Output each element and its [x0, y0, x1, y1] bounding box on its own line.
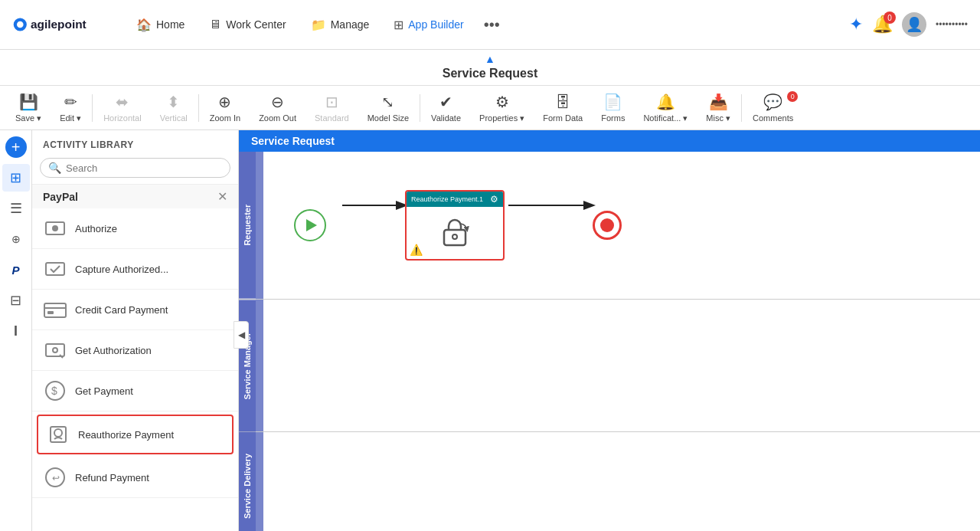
username-text: •••••••••• — [936, 19, 968, 30]
svg-rect-6 — [44, 303, 66, 317]
sidebar-paypal-btn[interactable]: P — [2, 256, 30, 284]
nav-appbuilder[interactable]: ⊞ App Builder — [383, 13, 474, 37]
toolbar-comments[interactable]: 💬 Comments 0 — [743, 90, 802, 126]
properties-label: Properties ▾ — [479, 113, 524, 123]
nav-workcenter[interactable]: 🖥 Work Center — [198, 13, 296, 36]
horizontal-label: Horizontal — [103, 113, 142, 123]
sidebar-activity-btn[interactable]: ⊕ — [2, 225, 30, 253]
sidebar-integration-btn[interactable]: I — [2, 317, 30, 345]
add-activity-btn[interactable]: + — [5, 136, 27, 158]
reauthorize-node-icon — [438, 216, 472, 250]
appbuilder-icon: ⊞ — [394, 18, 403, 32]
credit-card-label: Credit Card Payment — [75, 304, 168, 316]
refund-label: Refund Payment — [75, 472, 149, 483]
toolbar-model-size[interactable]: ⤡ Model Size — [358, 90, 418, 126]
comments-badge: 0 — [787, 91, 798, 102]
zoom-in-label: Zoom In — [210, 113, 240, 123]
get-payment-label: Get Payment — [75, 385, 133, 397]
flow-end-inner — [600, 218, 614, 232]
toolbar-zoom-in[interactable]: ⊕ Zoom In — [201, 90, 250, 126]
get-auth-label: Get Authorization — [75, 345, 152, 356]
toolbar: 💾 Save ▾ ✏ Edit ▾ ⬌ Horizontal ⬍ Vertica… — [0, 86, 980, 130]
svg-rect-9 — [46, 344, 64, 356]
list-item[interactable]: Credit Card Payment — [32, 290, 238, 330]
toolbar-properties[interactable]: ⚙ Properties ▾ — [470, 90, 534, 126]
search-input[interactable] — [66, 162, 222, 174]
main-layout: + ⊞ ☰ ⊕ P ⊟ I ACTIVITY LIBRARY 🔍 PayPal … — [0, 130, 980, 531]
nav-more[interactable]: ••• — [478, 11, 506, 38]
swim-lane-service-delivery: Service Delivery — [239, 432, 980, 531]
toolbar-sep-2 — [198, 94, 199, 122]
form-data-icon: 🗄 — [555, 93, 570, 111]
logo: agilepoint — [12, 12, 104, 37]
list-item-selected[interactable]: Reauthorize Payment — [37, 415, 234, 454]
properties-icon: ⚙ — [495, 93, 509, 111]
flow-node-title: Reauthorize Payment.1 — [411, 195, 483, 203]
authorize-icon — [43, 216, 67, 241]
lane-bar-service-manager — [256, 300, 263, 431]
horizontal-icon: ⬌ — [116, 93, 129, 111]
list-item[interactable]: Authorize — [32, 208, 238, 249]
activity-panel-header: ACTIVITY LIBRARY — [32, 130, 238, 155]
activity-list: Authorize Capture Authorized... Credit C… — [32, 208, 238, 531]
toolbar-notifications[interactable]: 🔔 Notificat... ▾ — [634, 90, 697, 126]
search-box[interactable]: 🔍 — [40, 158, 230, 178]
toolbar-form-data[interactable]: 🗄 Form Data — [534, 90, 592, 126]
flow-start-node[interactable] — [294, 209, 326, 241]
notification-badge: 0 — [884, 11, 896, 24]
validate-icon: ✔ — [439, 93, 452, 111]
toolbar-misc[interactable]: 📥 Misc ▾ — [697, 90, 740, 126]
svg-point-10 — [53, 348, 57, 352]
workcenter-icon: 🖥 — [209, 18, 221, 31]
flow-node-gear[interactable]: ⚙ — [490, 194, 498, 205]
list-item[interactable]: $ Get Payment — [32, 371, 238, 411]
nav-right: ✦ 🔔 0 👤 •••••••••• — [849, 12, 968, 37]
reauthorize-icon — [46, 422, 70, 447]
toolbar-sep-1 — [92, 94, 93, 122]
nav-manage[interactable]: 📁 Manage — [300, 13, 381, 37]
flow-node-reauthorize[interactable]: Reauthorize Payment.1 ⚙ — [405, 190, 505, 261]
collapse-chevron[interactable]: ▲ — [0, 53, 980, 65]
panel-collapse-btn[interactable]: ◀ — [234, 321, 249, 349]
canvas-body: Requester — [239, 152, 980, 531]
canvas-header: Service Request — [239, 130, 980, 152]
svg-point-4 — [52, 225, 58, 231]
svg-rect-8 — [47, 311, 54, 314]
nav-home[interactable]: 🏠 Home — [126, 13, 195, 37]
top-nav: agilepoint 🏠 Home 🖥 Work Center 📁 Manage… — [0, 0, 980, 50]
sidebar-grid-btn[interactable]: ⊞ — [2, 164, 30, 192]
list-item[interactable]: ↩ Refund Payment — [32, 457, 238, 498]
toolbar-save[interactable]: 💾 Save ▾ — [6, 90, 51, 126]
toolbar-validate[interactable]: ✔ Validate — [422, 90, 470, 126]
svg-text:↩: ↩ — [52, 473, 60, 483]
help-icon-btn[interactable]: ✦ — [849, 15, 863, 34]
user-avatar[interactable]: 👤 — [902, 12, 926, 37]
flow-end-node — [593, 211, 622, 240]
flow-svg-requester — [263, 152, 980, 299]
svg-text:$: $ — [51, 385, 57, 397]
icon-sidebar: + ⊞ ☰ ⊕ P ⊟ I — [0, 130, 32, 531]
sidebar-layers-btn[interactable]: ⊟ — [2, 287, 30, 314]
toolbar-edit[interactable]: ✏ Edit ▾ — [51, 90, 90, 126]
flow-node-header: Reauthorize Payment.1 ⚙ — [407, 192, 503, 207]
credit-card-icon — [43, 297, 67, 322]
toolbar-forms[interactable]: 📄 Forms — [592, 90, 634, 126]
refund-icon: ↩ — [43, 465, 67, 490]
capture-icon — [43, 257, 67, 281]
notifications-btn[interactable]: 🔔 0 — [872, 15, 893, 34]
list-item[interactable]: Capture Authorized... — [32, 249, 238, 290]
swim-lanes: Requester — [239, 152, 980, 531]
vertical-label: Vertical — [160, 113, 188, 123]
paypal-close-btn[interactable]: ✕ — [217, 189, 227, 204]
lane-label-service-manager: Service Manager — [239, 300, 256, 431]
sidebar-list-btn[interactable]: ☰ — [2, 195, 30, 222]
service-delivery-text: Service Delivery — [243, 454, 252, 519]
standard-label: Standard — [315, 113, 349, 123]
toolbar-zoom-out[interactable]: ⊖ Zoom Out — [250, 90, 305, 126]
list-item[interactable]: Get Authorization — [32, 330, 238, 371]
home-icon: 🏠 — [136, 18, 152, 32]
svg-rect-19 — [444, 230, 466, 245]
nav-home-label: Home — [156, 18, 185, 31]
sr-title: Service Request — [0, 67, 980, 84]
lane-content-service-manager — [263, 300, 980, 431]
